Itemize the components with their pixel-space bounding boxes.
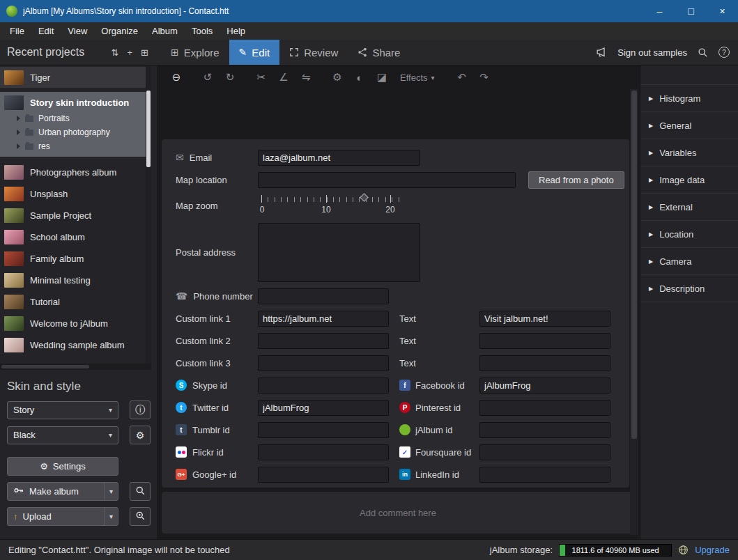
postal-address-input[interactable]: [258, 223, 420, 282]
folder-item-urban-photography[interactable]: Urban photography: [0, 125, 151, 139]
globe-icon[interactable]: [678, 545, 689, 555]
project-item-sample-project[interactable]: Sample Project: [0, 205, 151, 226]
project-item-school-album[interactable]: School album: [0, 226, 151, 248]
project-item-minimal-testing[interactable]: Minimal testing: [0, 270, 151, 291]
skin-select[interactable]: Story: [7, 401, 118, 419]
map-zoom-slider[interactable]: 0 10 20: [258, 194, 418, 217]
custom-link-2-url-input[interactable]: [258, 333, 389, 349]
read-from-photo-button[interactable]: Read from a photo: [528, 171, 624, 189]
close-button[interactable]: ×: [707, 0, 738, 22]
custom-link-3-url-input[interactable]: [258, 355, 389, 371]
panel-variables[interactable]: ▶ Variables: [640, 139, 738, 166]
project-item-welcome-to-jalbum[interactable]: Welcome to jAlbum: [0, 313, 151, 334]
main-scrollbar[interactable]: [630, 89, 638, 535]
announcements-icon[interactable]: [596, 47, 607, 58]
jalbum-input[interactable]: [479, 422, 610, 438]
effects-dropdown[interactable]: Effects: [400, 72, 435, 83]
folder-item-portraits[interactable]: Portraits: [0, 111, 151, 125]
map-location-input[interactable]: [258, 172, 516, 188]
grid-view-icon[interactable]: ⊞: [141, 47, 148, 58]
rotate-right-icon[interactable]: ↻: [219, 71, 241, 84]
menu-file[interactable]: File: [3, 24, 31, 38]
contrast-icon[interactable]: ◐: [348, 72, 371, 84]
sort-icon[interactable]: ⇅: [112, 47, 119, 58]
menu-album[interactable]: Album: [145, 24, 185, 38]
project-item-tutorial[interactable]: Tutorial: [0, 291, 151, 313]
tab-explore[interactable]: ⊞ Explore: [161, 40, 229, 65]
sign-out-button[interactable]: Sign out samples: [617, 47, 687, 58]
tab-review[interactable]: Review: [279, 40, 348, 65]
panel-camera[interactable]: ▶ Camera: [640, 248, 738, 275]
minimize-button[interactable]: –: [644, 0, 675, 22]
redo-icon[interactable]: ↷: [473, 71, 495, 84]
menu-organize[interactable]: Organize: [94, 24, 145, 38]
project-list-scrollbar[interactable]: [146, 65, 151, 364]
tab-edit[interactable]: ✎ Edit: [229, 40, 280, 65]
style-select[interactable]: Black: [7, 426, 118, 444]
custom-link-1-url-input[interactable]: [258, 311, 389, 327]
panel-description[interactable]: ▶ Description: [640, 275, 738, 302]
project-item-photographers-album[interactable]: Photographers album: [0, 162, 151, 183]
linkedin-input[interactable]: [479, 467, 610, 483]
rotate-left-icon[interactable]: ↺: [197, 71, 219, 84]
flip-horizontal-icon[interactable]: ⇋: [295, 71, 317, 84]
search-icon[interactable]: [698, 47, 708, 58]
skin-info-button[interactable]: ⓘ: [130, 400, 151, 419]
project-item-wedding-sample-album[interactable]: Wedding sample album: [0, 334, 151, 356]
tumblr-input[interactable]: [258, 422, 389, 438]
panel-image-data[interactable]: ▶ Image data: [640, 166, 738, 194]
settings-button[interactable]: ⚙ Settings: [7, 457, 118, 476]
preview-button[interactable]: [130, 482, 151, 501]
email-input[interactable]: [258, 150, 420, 166]
make-album-button[interactable]: Make album: [7, 482, 118, 501]
menu-tools[interactable]: Tools: [185, 24, 220, 38]
panel-location[interactable]: ▶ Location: [640, 221, 738, 248]
menu-help[interactable]: Help: [220, 24, 252, 38]
flickr-input[interactable]: [258, 444, 389, 460]
menu-view[interactable]: View: [61, 24, 94, 38]
project-item-tiger[interactable]: Tiger: [0, 67, 151, 88]
twitter-input[interactable]: [258, 400, 389, 416]
levels-icon[interactable]: ◪: [371, 71, 393, 84]
project-item-unsplash[interactable]: Unsplash: [0, 183, 151, 205]
custom-link-1-text-input[interactable]: [479, 311, 610, 327]
pinterest-input[interactable]: [479, 400, 610, 416]
undo-icon[interactable]: ↶: [451, 71, 473, 84]
zoom-out-icon[interactable]: ⊖: [165, 71, 187, 84]
auto-adjust-icon[interactable]: ⚙: [326, 71, 348, 84]
upgrade-link[interactable]: Upgrade: [695, 545, 730, 555]
crop-icon[interactable]: ✂: [250, 71, 272, 84]
expander-icon[interactable]: [17, 116, 20, 121]
add-project-icon[interactable]: +: [128, 47, 133, 58]
project-item-story-skin-introduction[interactable]: Story skin introduction: [0, 93, 151, 111]
make-album-dropdown-caret[interactable]: [104, 483, 118, 500]
style-settings-button[interactable]: ⚙: [130, 426, 151, 444]
scrollbar-thumb[interactable]: [1, 365, 89, 368]
expander-icon[interactable]: [17, 143, 20, 149]
menu-edit[interactable]: Edit: [31, 24, 61, 38]
panel-external[interactable]: ▶ External: [640, 194, 738, 221]
panel-histogram[interactable]: ▶ Histogram: [640, 85, 738, 112]
live-preview-button[interactable]: [130, 507, 151, 526]
expander-icon[interactable]: [17, 130, 20, 135]
upload-dropdown-caret[interactable]: [104, 508, 118, 525]
foursquare-input[interactable]: [479, 444, 610, 460]
scrollbar-thumb[interactable]: [146, 91, 151, 167]
project-item-family-album[interactable]: Family album: [0, 248, 151, 270]
facebook-input[interactable]: [479, 378, 610, 394]
straighten-icon[interactable]: ∠: [272, 71, 295, 84]
comment-input[interactable]: Add comment here: [162, 492, 634, 534]
maximize-button[interactable]: □: [675, 0, 707, 22]
scrollbar-thumb[interactable]: [631, 91, 637, 439]
tab-share[interactable]: Share: [348, 40, 410, 65]
custom-link-3-text-input[interactable]: [479, 355, 610, 371]
project-list-horizontal-scrollbar[interactable]: [0, 364, 151, 370]
custom-link-2-text-input[interactable]: [479, 333, 610, 349]
skype-input[interactable]: [258, 378, 389, 394]
phone-input[interactable]: [258, 288, 389, 304]
upload-button[interactable]: ↑ Upload: [7, 507, 118, 526]
googleplus-input[interactable]: [258, 467, 389, 483]
help-icon[interactable]: ?: [718, 47, 730, 58]
folder-item-res[interactable]: res: [0, 139, 151, 153]
panel-general[interactable]: ▶ General: [640, 112, 738, 139]
